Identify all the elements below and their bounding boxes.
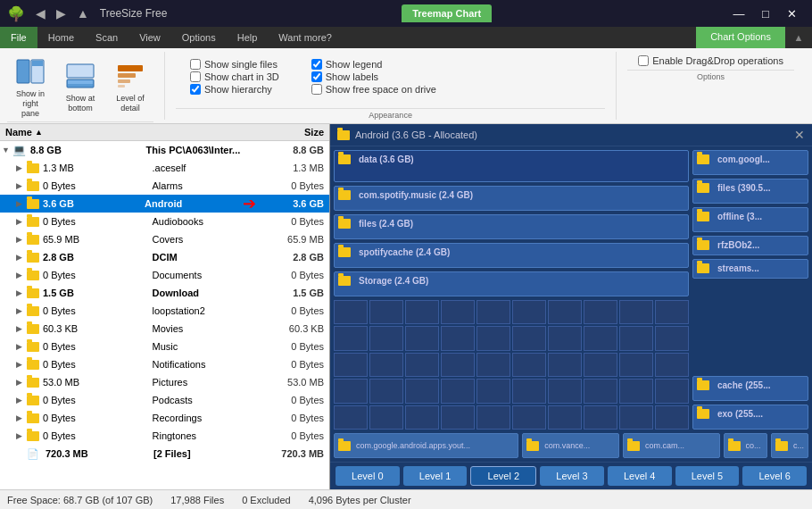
treemap-cell[interactable] <box>476 300 510 324</box>
tree-expander[interactable]: ▶ <box>16 342 27 351</box>
treemap-cell[interactable] <box>476 353 510 377</box>
level-detail-button[interactable]: Level ofdetail <box>107 56 153 117</box>
level-4-button[interactable]: Level 4 <box>608 466 672 486</box>
treemap-cell[interactable] <box>441 300 475 324</box>
tree-scroll-area[interactable]: ▼ 💻 8.8 GB This PC\A063\Inter... 8.8 GB … <box>0 141 329 489</box>
treemap-cell[interactable] <box>548 353 582 377</box>
tree-expander[interactable]: ▼ <box>2 146 12 154</box>
level-2-button[interactable]: Level 2 <box>470 466 536 486</box>
show-hierarchy-check[interactable]: Show hierarchy <box>190 84 279 95</box>
ribbon-collapse-button[interactable]: ▲ <box>785 27 812 48</box>
treemap-cell[interactable] <box>334 353 368 377</box>
level-6-button[interactable]: Level 6 <box>742 466 807 486</box>
tree-name-column-header[interactable]: Name ▲ <box>0 124 258 140</box>
treemap-files-block[interactable]: files (2.4 GB) <box>334 214 689 239</box>
treemap-bottom-block-4[interactable]: c... <box>771 433 808 458</box>
treemap-cell[interactable] <box>369 326 403 350</box>
tree-size-column-header[interactable]: Size <box>258 124 329 140</box>
treemap-cell[interactable] <box>369 300 403 324</box>
treemap-cell[interactable] <box>655 300 689 324</box>
table-row[interactable]: ▶ 0 Bytes Podcasts 0 Bytes <box>0 391 329 409</box>
level-0-button[interactable]: Level 0 <box>336 466 400 486</box>
tree-expander[interactable]: ▶ <box>16 271 27 280</box>
nav-back-button[interactable]: ◀ <box>32 4 49 22</box>
treemap-cell[interactable] <box>584 326 617 350</box>
menu-help[interactable]: Help <box>227 27 269 48</box>
level-3-button[interactable]: Level 3 <box>540 466 604 486</box>
treemap-cache-block[interactable]: cache (255... <box>692 376 808 401</box>
treemap-cell[interactable] <box>584 379 617 403</box>
chart-options-tab[interactable]: Chart Options <box>696 27 785 48</box>
show-legend-check[interactable]: Show legend <box>311 59 436 70</box>
tree-expander[interactable]: ▶ <box>16 413 27 422</box>
nav-up-button[interactable]: ▲ <box>73 4 93 22</box>
treemap-cell[interactable] <box>405 379 439 403</box>
treemap-cell[interactable] <box>441 379 475 403</box>
treemap-close-button[interactable]: ✕ <box>794 128 805 142</box>
table-row[interactable]: ▶ 2.8 GB DCIM 2.8 GB <box>0 248 329 266</box>
treemap-cell[interactable] <box>405 300 439 324</box>
table-row[interactable]: ▶ 65.9 MB Covers 65.9 MB <box>0 230 329 248</box>
show-right-pane-button[interactable]: Show inright pane <box>7 52 54 121</box>
table-row[interactable]: ▶ 0 Bytes Documents 0 Bytes <box>0 266 329 284</box>
table-row[interactable]: ▶ 0 Bytes Recordings 0 Bytes <box>0 409 329 427</box>
treemap-spotifycache-block[interactable]: spotifycache (2.4 GB) <box>334 243 689 268</box>
treemap-bottom-block-0[interactable]: com.google.android.apps.yout... <box>334 433 518 458</box>
treemap-cell[interactable] <box>369 379 403 403</box>
treemap-bottom-block-2[interactable]: com.cam... <box>623 433 720 458</box>
treemap-exo-block[interactable]: exo (255.... <box>692 405 808 430</box>
table-row[interactable]: ▶ 0 Bytes Audiobooks 0 Bytes <box>0 213 329 230</box>
treemap-cell[interactable] <box>548 300 582 324</box>
labels-checkbox[interactable] <box>311 71 322 82</box>
table-row[interactable]: ▶ 60.3 KB Movies 60.3 KB <box>0 320 329 338</box>
table-row[interactable]: ▼ 💻 8.8 GB This PC\A063\Inter... 8.8 GB <box>0 141 329 159</box>
table-row[interactable]: ▶ 1.5 GB Download 1.5 GB <box>0 284 329 302</box>
treemap-cell[interactable] <box>655 326 689 350</box>
menu-view[interactable]: View <box>128 27 171 48</box>
treemap-cell[interactable] <box>441 326 475 350</box>
treemap-cell[interactable] <box>584 405 617 430</box>
level-1-button[interactable]: Level 1 <box>403 466 468 486</box>
legend-checkbox[interactable] <box>311 59 322 70</box>
tree-expander[interactable]: ▶ <box>16 306 27 315</box>
free-space-checkbox[interactable] <box>311 84 322 95</box>
nav-forward-button[interactable]: ▶ <box>53 4 70 22</box>
treemap-cell[interactable] <box>655 379 689 403</box>
table-row[interactable]: ▶ 0 Bytes Ringtones 0 Bytes <box>0 427 329 445</box>
treemap-spotify-block[interactable]: com.spotify.music (2.4 GB) <box>334 186 689 211</box>
treemap-cell[interactable] <box>619 379 653 403</box>
treemap-cell[interactable] <box>476 379 510 403</box>
tree-expander[interactable]: ▶ <box>16 199 27 208</box>
menu-options[interactable]: Options <box>171 27 227 48</box>
treemap-cell[interactable] <box>334 300 368 324</box>
treemap-cell[interactable] <box>405 353 439 377</box>
treemap-cell[interactable] <box>619 300 653 324</box>
table-row[interactable]: ▶ 0 Bytes Notifications 0 Bytes <box>0 355 329 373</box>
treemap-cell[interactable] <box>584 353 617 377</box>
show-chart-3d-check[interactable]: Show chart in 3D <box>190 71 279 82</box>
treemap-cell[interactable] <box>655 405 689 430</box>
treemap-rfzBOb2-block[interactable]: rfzBOb2... <box>692 236 808 255</box>
close-button[interactable]: ✕ <box>780 4 805 23</box>
tree-expander[interactable]: ▶ <box>16 217 27 226</box>
treemap-cell[interactable] <box>334 326 368 350</box>
treemap-cell[interactable] <box>619 353 653 377</box>
table-row[interactable]: ▶ 0 Bytes loopstation2 0 Bytes <box>0 302 329 320</box>
treemap-streams-block[interactable]: streams... <box>692 259 808 279</box>
enable-drag-check[interactable]: Enable Drag&Drop operations <box>638 55 783 66</box>
show-bottom-button[interactable]: Show atbottom <box>57 56 104 117</box>
menu-want-more[interactable]: Want more? <box>268 27 343 48</box>
treemap-cell[interactable] <box>548 405 582 430</box>
table-row[interactable]: ▶ 0 Bytes Alarms 0 Bytes <box>0 177 329 195</box>
treemap-cell[interactable] <box>619 326 653 350</box>
treemap-cell[interactable] <box>512 353 546 377</box>
show-labels-check[interactable]: Show labels <box>311 71 436 82</box>
drag-drop-checkbox[interactable] <box>638 55 649 66</box>
level-5-button[interactable]: Level 5 <box>675 466 740 486</box>
treemap-cell[interactable] <box>405 405 439 430</box>
treemap-cell[interactable] <box>512 300 546 324</box>
treemap-cell[interactable] <box>441 405 475 430</box>
tree-expander[interactable]: ▶ <box>16 431 27 440</box>
table-row[interactable]: ▶ 1.3 MB .aceself 1.3 MB <box>0 159 329 177</box>
single-files-checkbox[interactable] <box>190 59 201 70</box>
